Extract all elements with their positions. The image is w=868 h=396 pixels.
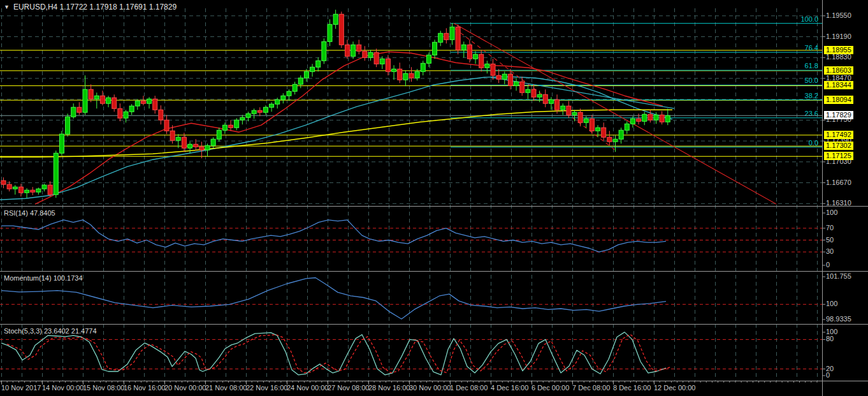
yellow-price-label: 1.18094 [824, 96, 853, 104]
time-label: 27 Nov 08:00 [328, 384, 369, 392]
time-label: 4 Dec 16:00 [491, 384, 528, 392]
panel-divider-stoch[interactable] [0, 324, 868, 325]
time-label: 1 Dec 08:00 [450, 384, 488, 392]
time-label: 8 Dec 16:00 [613, 384, 651, 392]
fib-label: 38.2 [805, 92, 818, 99]
fib-label: 61.8 [805, 62, 818, 70]
time-label: 22 Nov 16:00 [246, 384, 287, 392]
time-label: 24 Nov 00:00 [287, 384, 328, 392]
symbol-dropdown-icon[interactable]: ▼ [4, 4, 10, 10]
chart-title-bar: ▼EURUSD,H4 1.17722 1.17918 1.17691 1.178… [4, 3, 177, 11]
stoch-scale-label: 0 [826, 371, 830, 379]
chart-canvas[interactable]: 100.076.461.850.038.223.60.0 [0, 0, 868, 396]
fib-label: 76.4 [805, 44, 818, 52]
yellow-price-label: 1.18344 [824, 81, 853, 89]
time-label: 12 Dec 00:00 [654, 384, 695, 392]
momentum-label: Momentum(14) 100.1734 [4, 274, 83, 282]
price-label: 1.16670 [826, 179, 851, 187]
yellow-price-label: 1.18955 [824, 46, 853, 54]
fib-label: 0.0 [809, 139, 818, 147]
price-axis-border [822, 0, 823, 396]
momentum-scale-label: 101.755 [826, 272, 851, 281]
rsi-scale-label: 30 [826, 247, 834, 256]
price-label: 1.19190 [826, 33, 851, 41]
price-label: 1.18830 [826, 53, 851, 61]
rsi-scale-label: 100 [826, 209, 837, 217]
stoch-scale-label: 80 [826, 335, 834, 343]
yellow-price-label: 1.18603 [824, 66, 853, 75]
time-label: 7 Dec 08:00 [572, 384, 610, 392]
panel-divider-momentum[interactable] [0, 271, 868, 272]
panel-divider-rsi[interactable] [0, 206, 868, 207]
time-label: 20 Nov 00:00 [164, 384, 206, 392]
rsi-scale-label: 0 [826, 261, 830, 269]
moving-averages [0, 52, 672, 204]
candles-layer [1, 10, 670, 198]
stoch-d-line [7, 334, 672, 372]
grid-horizontal-lines [0, 16, 822, 203]
time-label: 21 Nov 08:00 [205, 384, 247, 392]
time-label: 30 Nov 00:00 [409, 384, 451, 392]
grid-vertical-lines [2, 8, 818, 381]
fib-label: 100.0 [800, 15, 818, 23]
chart-title: EURUSD,H4 1.17722 1.17918 1.17691 1.1782… [13, 3, 177, 11]
yellow-price-label: 1.17125 [824, 152, 853, 160]
time-label: 16 Nov 16:00 [124, 384, 165, 392]
momentum-line [1, 278, 666, 319]
current-price-label: 1.17829 [824, 111, 853, 119]
time-axis-border [0, 381, 868, 381]
fib-label: 23.6 [805, 110, 818, 117]
time-label: 28 Nov 16:00 [368, 384, 410, 392]
price-label: 1.16310 [826, 199, 851, 207]
mt4-chart-window: 100.076.461.850.038.223.60.0 ▼EURUSD,H4 … [0, 0, 868, 396]
yellow-price-label: 1.17492 [824, 131, 853, 139]
momentum-scale-label: 100 [826, 300, 837, 308]
rsi-line [1, 220, 666, 252]
yellow-level-lines [0, 50, 822, 156]
indicator-level-lines [0, 339, 822, 369]
time-label: 6 Dec 00:00 [532, 384, 569, 392]
fib-label: 50.0 [805, 77, 818, 84]
rsi-scale-label: 70 [826, 224, 834, 232]
time-label: 14 Nov 00:00 [42, 384, 83, 392]
momentum-scale-label: 98.9335 [826, 315, 851, 323]
price-label: 1.19550 [826, 11, 851, 20]
time-label: 10 Nov 2017 [1, 384, 41, 392]
stoch-label: Stoch(5,3,3) 23.6402 21.4774 [4, 327, 97, 335]
yellow-price-label: 1.17302 [824, 142, 853, 150]
time-label: 15 Nov 08:00 [83, 384, 124, 392]
rsi-label: RSI(14) 47.8405 [4, 209, 55, 217]
fibonacci-lines: 100.076.461.850.038.223.60.0 [451, 15, 822, 147]
rsi-scale-label: 50 [826, 236, 834, 244]
